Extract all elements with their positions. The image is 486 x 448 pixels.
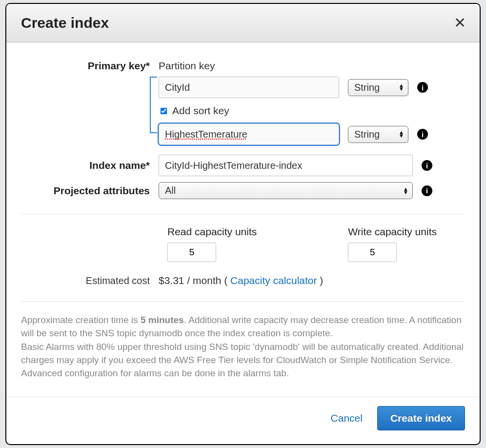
info-icon[interactable]: i — [417, 82, 428, 93]
info-icon[interactable]: i — [422, 185, 432, 196]
info-icon[interactable]: i — [417, 129, 428, 140]
projected-attributes-value: All — [165, 185, 176, 196]
creation-note: Approximate creation time is 5 minutes. … — [21, 313, 465, 380]
chevron-sort-icon: ▲▼ — [399, 131, 404, 138]
add-sort-key-checkbox-input[interactable] — [161, 107, 167, 114]
key-bracket — [150, 77, 157, 133]
sort-key-type-select[interactable]: String ▲▼ — [348, 126, 408, 143]
create-index-modal: Create index ✕ Primary key* Partition ke… — [5, 3, 481, 445]
partition-key-input[interactable] — [159, 77, 339, 98]
sort-key-type-value: String — [354, 129, 380, 140]
divider — [21, 214, 465, 214]
projected-attributes-label: Projected attributes — [21, 185, 159, 197]
estimated-cost-label: Estimated cost — [21, 275, 159, 286]
index-name-label: Index name* — [21, 160, 159, 171]
partition-key-subheader: Partition key — [159, 60, 215, 77]
add-sort-key-label: Add sort key — [172, 105, 229, 117]
primary-key-label: Primary key* — [21, 60, 159, 72]
info-icon[interactable]: i — [422, 160, 432, 171]
chevron-sort-icon: ▲▼ — [403, 187, 408, 194]
add-sort-key-checkbox[interactable]: Add sort key — [159, 105, 428, 117]
index-name-input[interactable] — [159, 155, 413, 176]
divider — [21, 301, 465, 302]
write-capacity-label: Write capacity units — [348, 226, 437, 238]
capacity-calculator-link[interactable]: Capacity calculator — [230, 275, 317, 286]
read-capacity-input[interactable] — [167, 243, 216, 262]
sort-key-input[interactable] — [159, 123, 339, 145]
projected-attributes-select[interactable]: All ▲▼ — [159, 182, 413, 199]
read-capacity-label: Read capacity units — [167, 226, 257, 238]
chevron-sort-icon: ▲▼ — [399, 84, 404, 91]
modal-footer: Cancel Create index — [6, 397, 480, 444]
modal-header: Create index ✕ — [6, 4, 480, 42]
cancel-button[interactable]: Cancel — [331, 412, 363, 424]
partition-key-type-value: String — [354, 82, 380, 93]
modal-title: Create index — [21, 15, 109, 31]
estimated-cost-value: $3.31 / month ( Capacity calculator ) — [159, 275, 323, 286]
partition-key-type-select[interactable]: String ▲▼ — [348, 79, 408, 96]
close-icon[interactable]: ✕ — [454, 16, 466, 30]
create-index-button[interactable]: Create index — [377, 406, 465, 430]
write-capacity-input[interactable] — [348, 243, 397, 262]
